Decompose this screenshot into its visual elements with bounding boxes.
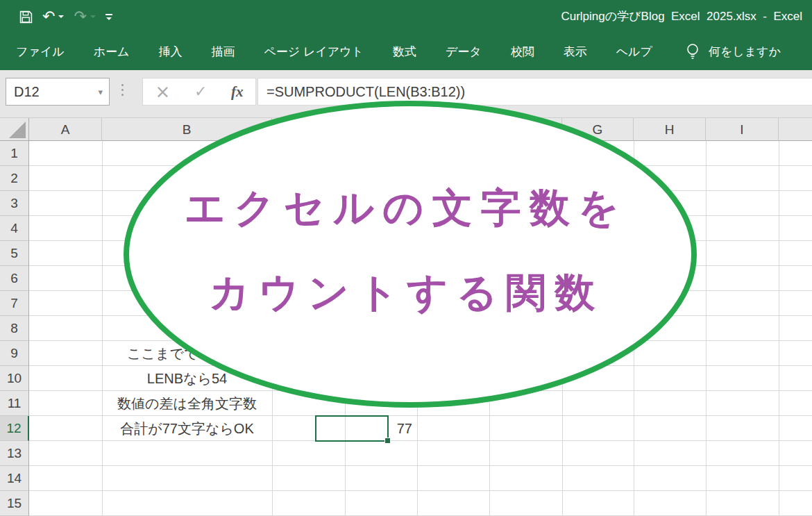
tab-page-layout[interactable]: ページ レイアウト [249,33,378,70]
redo-icon: ↷ [74,9,86,24]
row-header-1[interactable]: 1 [0,141,29,166]
tab-file[interactable]: ファイル [1,33,79,70]
formula-bar-row: D12 ▾ × ✓ fx =SUMPRODUCT(LEN(B3:B12)) [0,70,812,118]
tab-insert[interactable]: 挿入 [144,33,196,70]
gridline [562,141,563,516]
name-box-value: D12 [14,84,98,100]
undo-icon: ↶ [42,9,55,24]
formula-bar-buttons: × ✓ fx [142,78,256,106]
tab-review[interactable]: 校閲 [496,33,549,70]
row-header-4[interactable]: 4 [0,216,29,241]
tab-data[interactable]: データ [431,33,496,70]
customize-quick-access-button[interactable] [105,14,112,20]
row-header-11[interactable]: 11 [0,391,29,416]
gridline [779,141,779,516]
gridline [706,141,707,516]
redo-button[interactable]: ↷ [74,9,95,24]
row-header-8[interactable]: 8 [0,316,29,341]
insert-function-button[interactable]: fx [231,83,244,101]
row-header-12-active[interactable]: 12 [0,416,29,441]
save-icon [19,10,33,24]
name-box[interactable]: D12 ▾ [6,78,110,106]
lightbulb-icon [685,43,700,61]
formula-input[interactable]: =SUMPRODUCT(LEN(B3:B12)) [257,78,812,106]
select-all-icon [9,122,26,138]
row-header-2[interactable]: 2 [0,166,29,191]
name-box-dropdown-icon[interactable]: ▾ [98,87,103,97]
formula-text: =SUMPRODUCT(LEN(B3:B12)) [267,84,465,100]
row-header-15[interactable]: 15 [0,491,29,516]
tell-me-label: 何をしますか [709,44,781,60]
tab-home[interactable]: ホーム [79,33,144,70]
tab-formulas[interactable]: 数式 [378,33,431,70]
cancel-button[interactable]: × [155,83,170,101]
spreadsheet: A B C D E F G H I 1 2 3 4 5 6 7 8 9 10 1… [0,118,812,516]
row-header-5[interactable]: 5 [0,241,29,266]
row-header-14[interactable]: 14 [0,466,29,491]
cell-b10[interactable]: LENBなら54 [102,366,272,391]
row-header-6[interactable]: 6 [0,266,29,291]
redo-dropdown-icon [90,15,96,18]
column-header-g[interactable]: G [562,118,634,141]
save-button[interactable] [19,10,33,24]
grid-background[interactable] [29,141,812,516]
column-header-a[interactable]: A [29,118,102,141]
formula-bar-grip[interactable] [121,84,124,96]
select-all-button[interactable] [0,118,29,141]
column-header-d[interactable]: D [345,118,417,141]
gridline [272,141,273,516]
tab-draw[interactable]: 描画 [196,33,249,70]
undo-dropdown-icon [58,15,64,18]
excel-window: ↶ ↷ Curlpingの学びBlog Excel 2025.xlsx - Ex… [0,0,812,516]
column-header-f[interactable]: F [489,118,562,141]
undo-button[interactable]: ↶ [42,9,64,24]
ribbon-tab-bar: ファイル ホーム 挿入 描画 ページ レイアウト 数式 データ 校閲 表示 ヘル… [0,33,812,70]
cell-b9[interactable]: ここまでで [102,341,272,366]
cell-b11[interactable]: 数値の差は全角文字数 [102,391,272,416]
customize-icon [105,14,112,15]
enter-button[interactable]: ✓ [194,84,207,99]
titlebar: ↶ ↷ Curlpingの学びBlog Excel 2025.xlsx - Ex… [0,0,812,33]
column-header-c[interactable]: C [272,118,345,141]
row-header-13[interactable]: 13 [0,441,29,466]
column-header-i[interactable]: I [706,118,779,141]
gridline [417,141,418,516]
fill-handle[interactable] [384,438,391,444]
row-header-3[interactable]: 3 [0,191,29,216]
row-header-10[interactable]: 10 [0,366,29,391]
column-header-b[interactable]: B [102,118,272,141]
window-title: Curlpingの学びBlog Excel 2025.xlsx - Excel [561,0,802,33]
active-cell-selection [315,415,389,442]
cell-b12[interactable]: 合計が77文字ならOK [102,416,272,441]
customize-dropdown-icon [106,17,112,20]
quick-access-toolbar: ↶ ↷ [19,9,112,24]
row-header-9[interactable]: 9 [0,341,29,366]
tell-me-search[interactable]: 何をしますか [685,33,781,70]
column-header-h[interactable]: H [634,118,706,141]
gridline [634,141,634,516]
gridline [102,141,103,516]
gridline [345,141,346,516]
gridline [489,141,490,516]
tab-view[interactable]: 表示 [549,33,602,70]
column-header-e[interactable]: E [417,118,489,141]
row-header-7[interactable]: 7 [0,291,29,316]
tab-help[interactable]: ヘルプ [602,33,667,70]
column-header-j[interactable] [779,118,812,141]
